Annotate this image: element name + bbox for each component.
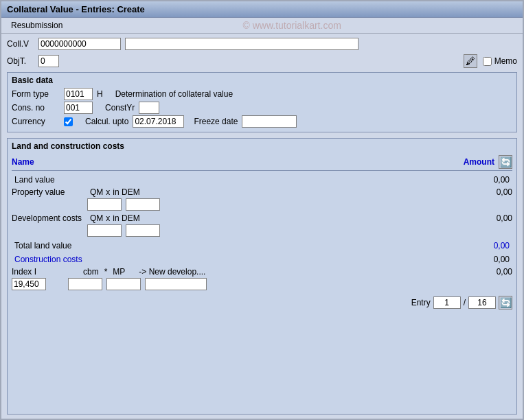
form-type-suffix: H [97, 89, 103, 99]
currency-label: Currency [12, 117, 60, 126]
land-value-row: Land value 0,00 [12, 174, 512, 186]
property-x: x [106, 187, 110, 197]
land-section-title: Land and construction costs [12, 141, 512, 151]
development-costs-section: Development costs QM x in DEM 0,00 [12, 213, 512, 237]
cons-no-input[interactable] [64, 102, 93, 114]
development-in: in DEM [113, 213, 139, 223]
index-value-input[interactable] [12, 278, 46, 290]
property-input1[interactable] [87, 198, 122, 211]
coll-v-input[interactable] [38, 38, 121, 50]
main-content: Coll.V ObjT. 🖉 Memo Basic data Form type… [1, 34, 523, 419]
land-value-label: Land value [14, 175, 55, 185]
cons-no-label: Cons. no [12, 103, 60, 113]
property-value-amount: 0,00 [471, 187, 512, 197]
development-qm: QM [90, 213, 103, 223]
new-dev-input[interactable] [145, 278, 207, 290]
star-label: * [104, 267, 108, 277]
memo-label: Memo [494, 56, 517, 66]
mp-label: MP [113, 267, 125, 277]
window-title: Collateral Value - Entries: Create [7, 4, 145, 14]
form-type-row: Form type H Determination of collateral … [12, 88, 512, 100]
construction-costs-amount: 0,00 [468, 255, 510, 264]
coll-v-row: Coll.V [7, 38, 517, 50]
coll-v-extra-input[interactable] [125, 38, 358, 50]
land-section: Land and construction costs Name Amount … [7, 138, 517, 415]
coll-v-label: Coll.V [7, 39, 34, 49]
cbm-input[interactable] [68, 278, 102, 290]
entry-current-input[interactable] [433, 296, 461, 309]
memo-checkbox[interactable] [483, 57, 492, 66]
entry-slash: / [464, 298, 466, 307]
mp-input[interactable] [106, 278, 141, 290]
index-left: Index I cbm * MP -> New develop.... [12, 267, 205, 277]
land-value-amount: 0,00 [468, 175, 510, 185]
property-value-row: Property value QM x in DEM 0,00 [12, 187, 512, 197]
currency-checkbox-field [64, 117, 73, 126]
land-header: Name Amount 🔄 [12, 154, 512, 171]
refresh-icon[interactable]: 🔄 [499, 155, 512, 169]
index-inputs-row [12, 278, 512, 290]
col-name-header: Name [12, 157, 34, 167]
currency-row: Currency Calcul. upto Freeze date [12, 115, 512, 128]
obj-t-label: ObjT. [7, 56, 34, 66]
calcul-upto-input[interactable] [133, 115, 184, 128]
title-bar: Collateral Value - Entries: Create [1, 1, 523, 18]
currency-checkbox[interactable] [64, 117, 73, 126]
property-qm: QM [90, 187, 103, 197]
basic-data-section: Basic data Form type H Determination of … [7, 72, 517, 132]
development-left: Development costs QM x in DEM [12, 213, 140, 223]
main-window: Collateral Value - Entries: Create Resub… [0, 0, 524, 420]
property-value-label: Property value [12, 187, 87, 197]
cons-no-row: Cons. no ConstYr [12, 102, 512, 114]
col-amount-header: Amount [464, 157, 494, 167]
development-costs-row: Development costs QM x in DEM 0,00 [12, 213, 512, 223]
property-left: Property value QM x in DEM [12, 187, 140, 197]
menu-bar: Resubmission © www.tutorialkart.com [1, 18, 523, 34]
const-yr-input[interactable] [139, 102, 159, 114]
const-yr-label: ConstYr [105, 103, 135, 113]
freeze-date-input[interactable] [242, 115, 297, 128]
total-land-row: Total land value 0,00 [12, 240, 512, 252]
menu-resubmission[interactable]: Resubmission [7, 19, 67, 32]
obj-t-row: ObjT. 🖉 Memo [7, 54, 517, 68]
index-labels-row: Index I cbm * MP -> New develop.... 0,00 [12, 267, 512, 277]
property-in: in DEM [113, 187, 139, 197]
calcul-upto-label: Calcul. upto [85, 117, 128, 126]
entry-icon[interactable]: 🔄 [499, 296, 512, 310]
total-land-amount: 0,00 [468, 241, 510, 250]
development-x: x [106, 213, 110, 223]
index-section: Index I cbm * MP -> New develop.... 0,00 [12, 267, 512, 290]
cbm-label: cbm [83, 267, 99, 277]
index-label: Index I [12, 267, 53, 277]
construction-costs-label: Construction costs [14, 255, 82, 264]
development-costs-label: Development costs [12, 213, 87, 223]
freeze-date-label: Freeze date [194, 117, 238, 126]
watermark: © www.tutorialkart.com [67, 20, 517, 31]
form-type-label: Form type [12, 89, 60, 99]
form-type-input[interactable] [64, 88, 93, 100]
development-input2[interactable] [126, 224, 160, 237]
construction-costs-row: Construction costs 0,00 [12, 253, 512, 266]
property-inputs [87, 198, 512, 211]
development-inputs [87, 224, 512, 237]
determination-label: Determination of collateral value [115, 89, 233, 99]
memo-area: 🖉 Memo [464, 54, 517, 68]
obj-t-input[interactable] [38, 55, 59, 67]
property-value-section: Property value QM x in DEM 0,00 [12, 187, 512, 211]
property-input2[interactable] [126, 198, 160, 211]
entry-bar: Entry / 🔄 [12, 293, 512, 311]
development-costs-amount: 0,00 [471, 213, 512, 223]
total-land-label: Total land value [14, 241, 71, 250]
new-dev-amount: 0,00 [471, 267, 512, 277]
arrow-label: -> New develop.... [139, 267, 205, 277]
entry-label: Entry [411, 298, 431, 307]
entry-total-input[interactable] [468, 296, 496, 309]
development-input1[interactable] [87, 224, 122, 237]
basic-data-title: Basic data [12, 75, 512, 85]
edit-icon[interactable]: 🖉 [464, 54, 477, 68]
